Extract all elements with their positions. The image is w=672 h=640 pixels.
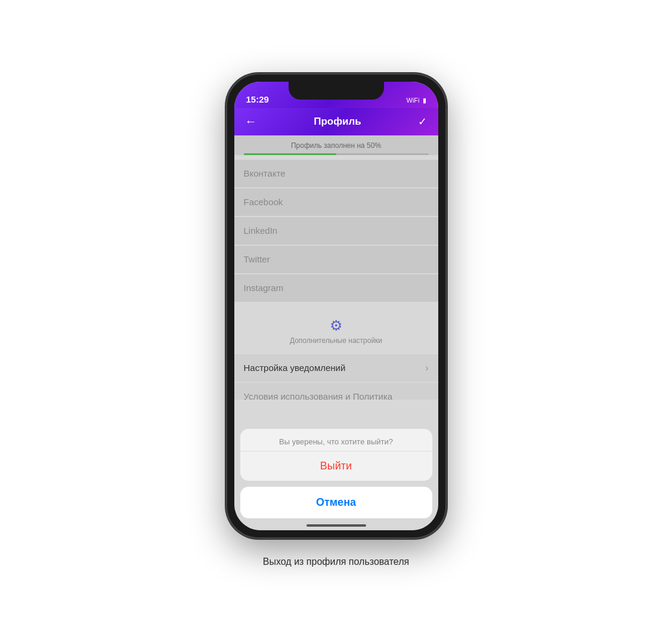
notifications-menu-item[interactable]: Настройка уведомлений › [234, 354, 438, 382]
profile-completion-section: Профиль заполнен на 50% [234, 135, 438, 155]
phone-screen: 15:29 WiFi ▮ ← Профиль ✓ Профиль [234, 82, 438, 530]
action-sheet-message: Вы уверены, что хотите выйти? [240, 429, 432, 451]
modal-overlay: Вы уверены, что хотите выйти? Выйти Отме… [234, 429, 438, 530]
twitter-field[interactable]: Twitter [234, 246, 438, 273]
linkedin-label: LinkedIn [244, 225, 278, 236]
terms-label: Условия использования и Политика [244, 391, 393, 400]
phone-notch [289, 82, 384, 100]
page-wrapper: 15:29 WiFi ▮ ← Профиль ✓ Профиль [226, 73, 447, 567]
app-header: ← Профиль ✓ [234, 108, 438, 135]
facebook-label: Facebook [244, 197, 283, 207]
action-sheet: Вы уверены, что хотите выйти? Выйти Отме… [234, 429, 438, 530]
action-sheet-main: Вы уверены, что хотите выйти? Выйти [240, 429, 432, 481]
twitter-label: Twitter [244, 254, 270, 264]
vkontakte-field[interactable]: Вконтакте [234, 160, 438, 187]
header-title: Профиль [314, 116, 361, 128]
instagram-field[interactable]: Instagram [234, 274, 438, 302]
cancel-button[interactable]: Отмена [240, 487, 432, 518]
back-button[interactable]: ← [245, 115, 257, 128]
status-icons: WiFi ▮ [407, 97, 426, 104]
check-button[interactable]: ✓ [418, 115, 427, 128]
gear-icon: ⚙ [330, 317, 343, 334]
chevron-right-icon: › [425, 363, 428, 373]
main-content: Профиль заполнен на 50% Вконтакте Facebo… [234, 135, 438, 530]
page-caption: Выход из профиля пользователя [263, 556, 409, 567]
linkedin-field[interactable]: LinkedIn [234, 217, 438, 245]
facebook-field[interactable]: Facebook [234, 188, 438, 216]
instagram-label: Instagram [244, 283, 284, 293]
battery-icon: ▮ [423, 97, 426, 104]
profile-bar-text: Профиль заполнен на 50% [244, 141, 429, 150]
wifi-icon: WiFi [407, 97, 420, 104]
logout-button[interactable]: Выйти [240, 452, 432, 481]
terms-menu-item[interactable]: Условия использования и Политика [234, 383, 438, 400]
notifications-label: Настройка уведомлений [244, 363, 346, 373]
phone-shell: 15:29 WiFi ▮ ← Профиль ✓ Профиль [226, 73, 447, 539]
additional-settings-label: Дополнительные настройки [290, 336, 382, 345]
vkontakte-label: Вконтакте [244, 168, 286, 178]
additional-settings-section[interactable]: ⚙ Дополнительные настройки [234, 308, 438, 354]
social-fields-section: Вконтакте Facebook LinkedIn Twitter Inst [234, 155, 438, 308]
